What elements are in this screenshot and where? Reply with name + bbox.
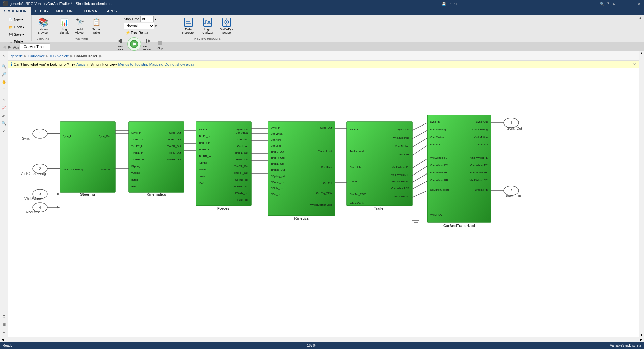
select-tool[interactable]: ↖ [1, 53, 7, 59]
tab-modeling[interactable]: MODELING [52, 7, 80, 15]
bottom-scrollbar[interactable]: ◀ ▶ [0, 337, 644, 342]
breadcrumb-item-carmaker[interactable]: CarMaker [28, 54, 44, 58]
save-dropdown-icon[interactable]: ▾ [22, 33, 24, 36]
nav-back-button[interactable]: ◀ [3, 44, 6, 49]
svg-text:CarAndTrailerUpd: CarAndTrailerUpd [443, 223, 475, 228]
tab-apps[interactable]: APPS [103, 7, 121, 15]
dropdown-arrow[interactable]: ▾ [155, 17, 156, 21]
svg-text:vDamp: vDamp [131, 171, 140, 174]
quick-undo-icon[interactable]: ↩ [447, 1, 452, 6]
svg-text:Vhcl.Steering: Vhcl.Steering [393, 136, 409, 139]
svg-text:FSpring_ext: FSpring_ext [234, 178, 249, 181]
data-inspector-button[interactable]: DataInspector [179, 16, 198, 35]
info-menus-link[interactable]: Menus to Toolstrip Mapping [118, 62, 163, 66]
find-tool[interactable]: 🔍 [1, 120, 7, 127]
search-icon[interactable]: 🔍 [600, 1, 604, 6]
logic-analyzer-button[interactable]: LogicAnalyzer [198, 16, 217, 35]
ribbon-collapse-button[interactable]: ▲ [639, 16, 642, 20]
open-label: Open [14, 25, 22, 29]
steering-block[interactable] [60, 122, 115, 192]
info-banner-close[interactable]: ✕ [633, 62, 636, 67]
nav-up-button[interactable]: ▲ [13, 44, 17, 49]
rect-tool[interactable]: □ [1, 135, 7, 142]
scroll-left-button[interactable]: ◀ [1, 338, 4, 341]
step-back-icon [117, 37, 125, 45]
tab-debug[interactable]: DEBUG [31, 7, 52, 15]
minimize-button[interactable]: ─ [625, 1, 629, 6]
settings-icon[interactable]: ⚙ [612, 1, 616, 6]
logic-analyzer-label: LogicAnalyzer [202, 28, 213, 34]
close-button[interactable]: ✕ [637, 1, 641, 6]
simulink-diagram[interactable]: 1 Sync_In 2 VhclCtrl.Steering 3 Vhcl.Whe… [8, 71, 639, 337]
right-scrollbar[interactable]: ▲ ▼ [639, 51, 644, 337]
simulation-mode-select[interactable]: Normal Accelerator Rapid Accelerator [124, 23, 154, 29]
fast-restart-button[interactable]: ⚡ Fast Restart [124, 30, 157, 36]
svg-text:TireFL_Out: TireFL_Out [168, 138, 181, 141]
carandtrailerupd-block[interactable] [427, 115, 491, 222]
new-button[interactable]: 📄 New ▾ [7, 16, 26, 23]
breadcrumb-sep-1: ▶ [24, 54, 27, 58]
breadcrumb-item-ipgvehicle[interactable]: IPG Vehicle [50, 54, 69, 58]
print-dropdown-icon[interactable]: ▾ [21, 40, 23, 44]
canvas-container[interactable]: generic ▶ CarMaker ▶ IPG Vehicle ▶ CarAn… [8, 51, 639, 337]
quick-save-icon[interactable]: 💾 [441, 1, 446, 6]
maximize-button[interactable]: □ [631, 1, 635, 6]
svg-text:IBuf: IBuf [199, 182, 204, 185]
scroll-right-button[interactable]: ▶ [640, 338, 643, 341]
new-label: New [14, 18, 21, 21]
info-donot-show-link[interactable]: Do not show again [165, 62, 195, 66]
step-forward-label: StepForward [143, 45, 152, 51]
tab-simulation[interactable]: SIMULATION [0, 7, 31, 15]
svg-text:FStabi_ext: FStabi_ext [271, 187, 284, 190]
open-dropdown-icon[interactable]: ▾ [23, 25, 24, 29]
svg-text:Trailer.Load: Trailer.Load [350, 150, 364, 153]
prepare-buttons: 📊 LogSignals 🔭 AddViewer 📋 SignalTable [57, 16, 105, 36]
open-button[interactable]: 📂 Open ▾ [7, 23, 26, 30]
nav-forward-button[interactable]: ▶ [8, 44, 11, 49]
expand-tool[interactable]: » [1, 329, 7, 335]
svg-text:Brake.IF.In: Brake.IF.In [505, 194, 521, 198]
run-button[interactable] [127, 37, 141, 51]
annotations-tool[interactable]: 🖊 [1, 112, 7, 119]
pan-tool[interactable]: ✋ [1, 79, 7, 85]
model-properties-tool[interactable]: ℹ [1, 97, 7, 103]
breadcrumb-expand[interactable]: ▶ [99, 54, 102, 58]
fit-tool[interactable]: ⊞ [1, 86, 7, 93]
signal-log-tool[interactable]: 📈 [1, 104, 7, 111]
signal-table-button[interactable]: 📋 SignalTable [88, 16, 105, 35]
birds-eye-scope-button[interactable]: Bird's-EyeScope [217, 16, 236, 35]
svg-text:2: 2 [510, 189, 512, 193]
svg-text:TireFL_In: TireFL_In [199, 135, 210, 138]
stop-time-input[interactable] [140, 16, 154, 22]
svg-marker-0 [118, 39, 121, 43]
model-advisor-tool[interactable]: ✓ [1, 128, 7, 134]
bottom-tool-1[interactable]: ⚙ [1, 313, 7, 320]
mode-dropdown-icon[interactable]: ▾ [155, 24, 157, 28]
info-apps-link[interactable]: Apps [76, 62, 85, 66]
zoom-out-tool[interactable]: 🔎 [1, 71, 7, 78]
scroll-up-button[interactable]: ▲ [640, 51, 643, 55]
tab-format[interactable]: FORMAT [79, 7, 103, 15]
breadcrumb-item-generic[interactable]: generic [11, 54, 23, 58]
library-browser-button[interactable]: 📚 LibraryBrowser [35, 16, 52, 35]
svg-text:Sync_Out: Sync_Out [169, 131, 181, 134]
signal-table-label: SignalTable [92, 28, 100, 34]
svg-rect-11 [204, 18, 212, 26]
step-back-button[interactable]: StepBack [115, 36, 127, 52]
zoom-in-tool[interactable]: 🔍 [1, 63, 7, 70]
prepare-group-label: PREPARE [57, 36, 105, 40]
bottom-tool-2[interactable]: ▦ [1, 321, 7, 328]
save-button[interactable]: 💾 Save ▾ [7, 31, 26, 38]
stop-time-label: Stop Time [124, 17, 139, 21]
stop-icon [156, 39, 164, 47]
log-signals-button[interactable]: 📊 LogSignals [57, 16, 72, 35]
help-icon[interactable]: ? [606, 1, 610, 6]
step-forward-button[interactable]: StepForward [142, 36, 154, 52]
new-dropdown-icon[interactable]: ▾ [21, 18, 23, 21]
stop-button[interactable]: Stop [154, 36, 166, 52]
titlebar-controls[interactable]: 💾 ↩ ↪ 🔍 ? ⚙ ─ □ ✕ [441, 1, 641, 6]
add-viewer-button[interactable]: 🔭 AddViewer [72, 16, 87, 35]
scroll-down-button[interactable]: ▼ [640, 333, 643, 337]
model-tab-carandtrailer[interactable]: CarAndTrailer [20, 43, 50, 50]
quick-redo-icon[interactable]: ↪ [453, 1, 458, 6]
